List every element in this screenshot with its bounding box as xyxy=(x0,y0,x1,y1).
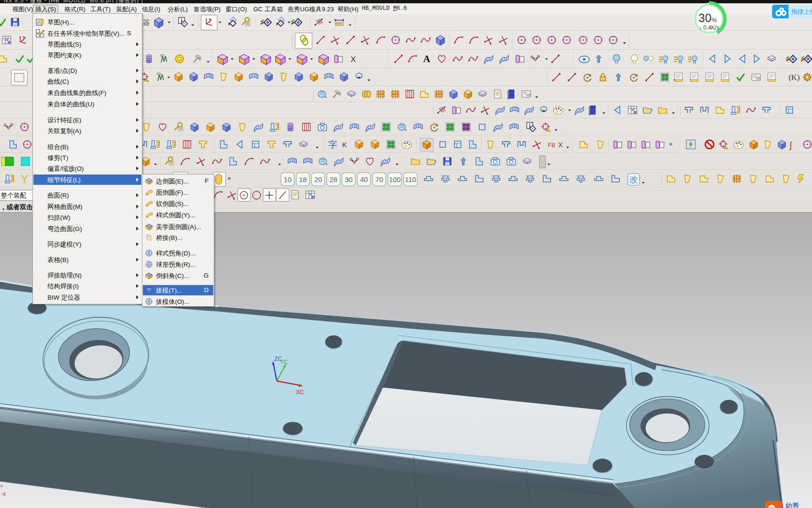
svg-text:110: 110 xyxy=(405,175,416,183)
svg-text:28: 28 xyxy=(329,175,337,183)
svg-text:40: 40 xyxy=(360,175,368,183)
svg-text:XC: XC xyxy=(296,389,304,396)
svg-text:YC: YC xyxy=(280,359,288,365)
svg-text:»: » xyxy=(669,140,672,147)
svg-text:70: 70 xyxy=(375,175,383,183)
svg-text:F8: F8 xyxy=(548,142,555,149)
svg-text:整个装配: 整个装配 xyxy=(1,192,27,199)
svg-text:器: 器 xyxy=(143,18,150,26)
svg-text:18: 18 xyxy=(299,175,307,183)
svg-text:-x: -x xyxy=(1,490,6,497)
svg-text:↓ 0.4K/s: ↓ 0.4K/s xyxy=(699,24,719,31)
svg-text:X: X xyxy=(351,55,356,64)
svg-text:20: 20 xyxy=(314,175,322,183)
svg-text:K: K xyxy=(342,141,347,149)
svg-text:100: 100 xyxy=(389,175,400,183)
svg-text:X: X xyxy=(558,141,563,149)
svg-text:»: » xyxy=(227,175,231,182)
svg-text:30: 30 xyxy=(345,175,353,183)
svg-text:10: 10 xyxy=(284,175,292,183)
svg-text:∫: ∫ xyxy=(789,140,793,151)
svg-text:×: × xyxy=(0,483,3,489)
svg-text:幼秀: 幼秀 xyxy=(785,502,799,508)
